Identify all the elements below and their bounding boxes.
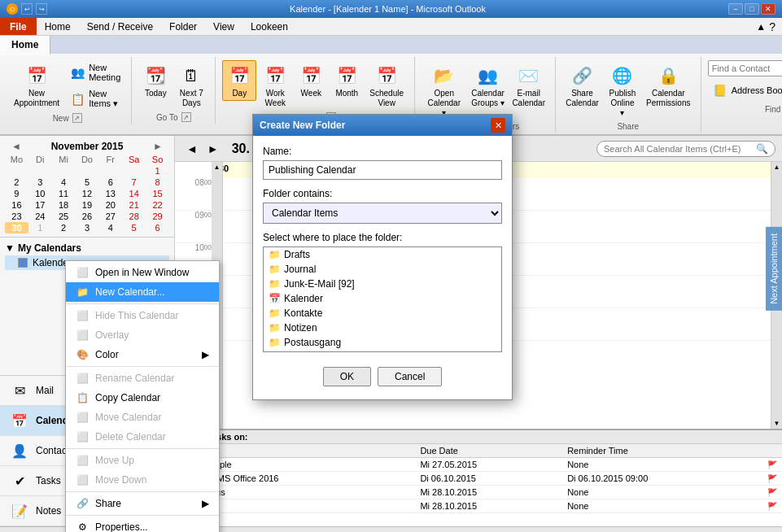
modal-name-input[interactable]: [263, 160, 502, 180]
folder-item-drafts[interactable]: 📁 Drafts: [264, 247, 501, 262]
folder-item-postausgang[interactable]: 📁 Postausgang: [264, 335, 501, 350]
folder-item-junk[interactable]: 📁 Junk-E-Mail [92]: [264, 277, 501, 291]
folder-journal-icon: 📁: [269, 264, 281, 275]
modal-cancel-button[interactable]: Cancel: [378, 367, 442, 386]
folder-junk-label: Junk-E-Mail [92]: [284, 278, 355, 290]
folder-postausgang-icon: 📁: [269, 337, 281, 348]
folder-item-kalender[interactable]: 📅 Kalender: [264, 291, 501, 306]
folder-drafts-icon: 📁: [269, 249, 281, 260]
folder-item-kontakte[interactable]: 📁 Kontakte: [264, 306, 501, 321]
create-new-folder-dialog: Create New Folder ✕ Name: Folder contain…: [252, 114, 513, 400]
modal-overlay: Create New Folder ✕ Name: Folder contain…: [0, 0, 782, 532]
folder-journal-label: Journal: [284, 264, 316, 275]
folder-kontakte-icon: 📁: [269, 307, 281, 319]
folder-notizen-icon: 📁: [269, 322, 281, 334]
folder-postausgang-label: Postausgang: [284, 337, 341, 348]
modal-ok-button[interactable]: OK: [323, 367, 371, 386]
modal-body: Name: Folder contains: Calendar Items Co…: [253, 136, 512, 399]
modal-title: Create New Folder: [260, 120, 345, 131]
folder-item-rss[interactable]: 📡 RSS-Feeds: [264, 350, 501, 352]
folder-notizen-label: Notizen: [284, 322, 317, 334]
folder-junk-icon: 📁: [269, 278, 281, 290]
modal-place-label: Select where to place the folder:: [263, 232, 502, 243]
modal-folder-contains-label: Folder contains:: [263, 188, 502, 199]
folder-kalender-icon: 📅: [269, 293, 281, 304]
folder-kontakte-label: Kontakte: [284, 307, 322, 319]
folder-rss-label: RSS-Feeds: [284, 351, 334, 352]
modal-close-button[interactable]: ✕: [491, 118, 505, 133]
folder-item-notizen[interactable]: 📁 Notizen: [264, 321, 501, 335]
folder-kalender-label: Kalender: [284, 293, 323, 304]
modal-footer: OK Cancel: [263, 360, 502, 390]
modal-folder-contains-select[interactable]: Calendar Items Contact Items Mail and Po…: [263, 203, 502, 224]
folder-item-journal[interactable]: 📁 Journal: [264, 262, 501, 277]
modal-titlebar: Create New Folder ✕: [253, 115, 512, 136]
folder-rss-icon: 📡: [269, 351, 281, 352]
modal-name-label: Name:: [263, 146, 502, 157]
folder-drafts-label: Drafts: [284, 249, 310, 260]
folder-list[interactable]: 📁 Drafts 📁 Journal 📁 Junk-E-Mail [92] 📅 …: [263, 246, 502, 352]
